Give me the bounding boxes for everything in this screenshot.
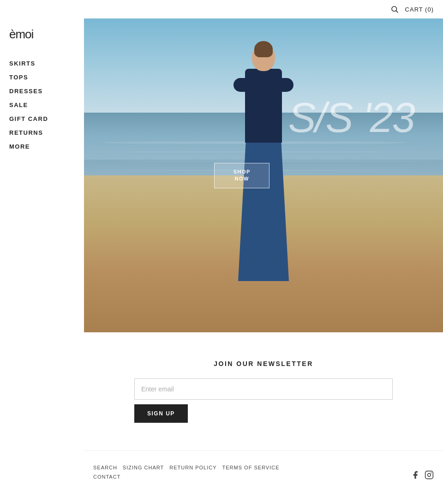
shop-now-line2: NOW (235, 175, 249, 182)
shop-now-line1: SHOP (233, 168, 251, 175)
svg-line-1 (396, 11, 398, 12)
signup-button-wrap: SIGN UP (134, 404, 393, 423)
search-icon (390, 5, 399, 13)
hero-text: S/S '23 (288, 97, 414, 138)
person-hair (254, 41, 273, 57)
svg-point-3 (428, 474, 431, 477)
signup-button[interactable]: SIGN UP (134, 404, 188, 423)
sidebar: èmoi SKIRTS TOPS DRESSES SALE GIFT CARD … (0, 18, 84, 489)
instagram-icon[interactable] (425, 470, 434, 480)
hero-title: S/S '23 (288, 97, 414, 138)
nav-link-returns[interactable]: RETURNS (9, 129, 43, 136)
footer-link-sizing-chart[interactable]: SIZING CHART (123, 465, 164, 470)
nav-menu: SKIRTS TOPS DRESSES SALE GIFT CARD RETUR… (9, 59, 84, 150)
shop-now-button[interactable]: SHOP NOW (214, 163, 269, 188)
newsletter-section: JOIN OUR NEWSLETTER SIGN UP (134, 360, 393, 423)
footer-bottom: CONTACT (93, 474, 434, 480)
social-icons (411, 470, 434, 480)
below-hero: JOIN OUR NEWSLETTER SIGN UP (84, 332, 443, 441)
nav-item-more[interactable]: MORE (9, 142, 84, 150)
nav-item-sale[interactable]: SALE (9, 101, 84, 109)
footer: SEARCH SIZING CHART RETURN POLICY TERMS … (84, 450, 443, 489)
nav-item-gift-card[interactable]: GIFT CARD (9, 114, 84, 123)
logo[interactable]: èmoi (9, 28, 84, 41)
nav-link-tops[interactable]: TOPS (9, 74, 28, 81)
nav-item-returns[interactable]: RETURNS (9, 128, 84, 137)
nav-link-dresses[interactable]: DRESSES (9, 88, 43, 95)
footer-link-return-policy[interactable]: RETURN POLICY (169, 465, 216, 470)
search-button[interactable] (390, 5, 399, 13)
svg-point-0 (392, 6, 397, 12)
facebook-icon[interactable] (411, 470, 420, 480)
logo-text: èmoi (9, 27, 33, 41)
footer-links: SEARCH SIZING CHART RETURN POLICY TERMS … (93, 465, 434, 470)
email-input[interactable] (134, 378, 393, 400)
main-content: S/S '23 SHOP NOW JOIN OUR NEWSLETTER SIG… (84, 18, 443, 489)
site-header: CART (0) (0, 0, 443, 18)
footer-link-search[interactable]: SEARCH (93, 465, 117, 470)
nav-link-sale[interactable]: SALE (9, 102, 28, 108)
nav-item-tops[interactable]: TOPS (9, 73, 84, 81)
page-layout: èmoi SKIRTS TOPS DRESSES SALE GIFT CARD … (0, 0, 443, 489)
nav-link-gift-card[interactable]: GIFT CARD (9, 115, 48, 122)
person-body (245, 69, 282, 143)
footer-contact-link[interactable]: CONTACT (93, 474, 120, 480)
footer-link-terms[interactable]: TERMS OF SERVICE (222, 465, 280, 470)
cart-link[interactable]: CART (0) (405, 6, 434, 13)
nav-item-dresses[interactable]: DRESSES (9, 87, 84, 95)
hero-section: S/S '23 SHOP NOW (84, 18, 443, 332)
header-actions: CART (0) (390, 5, 434, 13)
nav-link-more[interactable]: MORE (9, 143, 30, 150)
person-head (252, 43, 275, 71)
svg-rect-2 (425, 471, 433, 479)
nav-item-skirts[interactable]: SKIRTS (9, 59, 84, 67)
newsletter-title: JOIN OUR NEWSLETTER (134, 360, 393, 367)
nav-link-skirts[interactable]: SKIRTS (9, 60, 36, 67)
svg-point-4 (431, 472, 432, 473)
person-arms (233, 78, 293, 92)
